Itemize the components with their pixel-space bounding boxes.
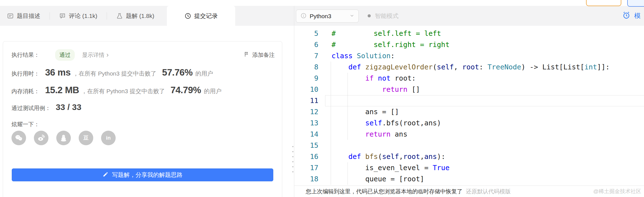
- tab-label: 题目描述: [17, 12, 40, 20]
- show-details-text: 显示详情: [82, 51, 104, 59]
- line-number: 9: [294, 73, 318, 84]
- runtime-value: 36 ms: [45, 67, 71, 78]
- testcases-label: 通过测试用例：: [11, 104, 51, 112]
- line-number: 13: [294, 118, 318, 129]
- info-icon: [300, 13, 307, 20]
- share-icons-row: 豆in: [11, 130, 275, 146]
- code-line: 12 ans = []: [294, 106, 644, 118]
- write-solution-button[interactable]: 写题解，分享我的解题思路: [12, 168, 273, 181]
- leetcode-submission-page: 题目描述评论 (1.1k)题解 (1.8k)提交记录 执行结果： 通过 显示详情…: [0, 0, 644, 197]
- mock-interview-timer-button[interactable]: 模: [622, 6, 641, 26]
- line-number: 8: [294, 62, 318, 73]
- code-line: 14 return ans: [294, 129, 644, 140]
- code-line: 15: [294, 140, 644, 151]
- restore-message: 您上次编辑到这里，代码已从您浏览器本地的临时存储中恢复了: [306, 188, 463, 195]
- code-line-text: ans = []: [332, 106, 399, 118]
- code-line-text: self.bfs(root,ans): [332, 118, 441, 129]
- code-line: 9 if not root:: [294, 73, 644, 84]
- alarm-clock-icon: [622, 11, 631, 21]
- write-solution-label: 写题解，分享我的解题思路: [112, 171, 183, 179]
- testcases-row: 通过测试用例： 33 / 33: [11, 102, 275, 115]
- line-number: 16: [294, 151, 318, 162]
- line-number: 12: [294, 106, 318, 118]
- tab-label: 提交记录: [194, 12, 218, 20]
- smart-mode-label: 智能模式: [375, 12, 398, 20]
- editor-header: Python3 智能模式 模: [294, 6, 644, 26]
- status-badge: 通过: [55, 49, 75, 61]
- runtime-row: 执行用时： 36 ms ，在所有 Python3 提交中击败了 57.76% 的…: [11, 67, 275, 80]
- description-icon: [7, 13, 14, 19]
- language-select[interactable]: Python3: [296, 10, 359, 23]
- smart-mode-indicator[interactable]: 智能模式: [368, 6, 398, 26]
- memory-label: 内存消耗：: [11, 88, 39, 95]
- line-number: 10: [294, 84, 318, 95]
- line-number: 11: [294, 95, 318, 106]
- comment-icon: [59, 13, 66, 19]
- tab-solutions[interactable]: 题解 (1.8k): [107, 6, 164, 26]
- code-line: 13 self.bfs(root,ans): [294, 118, 644, 129]
- code-line: 10 return []: [294, 84, 644, 95]
- douban-icon[interactable]: 豆: [79, 131, 93, 145]
- code-line-text: class Solution:: [332, 50, 395, 62]
- clock-icon: [185, 13, 191, 19]
- editor-footer: 您上次编辑到这里，代码已从您浏览器本地的临时存储中恢复了 还原默认代码模版: [294, 186, 644, 197]
- flask-icon: [116, 13, 123, 19]
- code-line-text: return ans: [332, 129, 407, 140]
- runtime-label: 执行用时：: [11, 70, 39, 78]
- code-line-text: is_even_level = True: [332, 162, 449, 173]
- show-details-link[interactable]: 显示详情 ›: [82, 51, 109, 59]
- runtime-suffix: 的用户: [195, 70, 213, 78]
- flag-icon: [244, 51, 250, 59]
- code-line-text: queue = [root]: [332, 173, 424, 185]
- tab-submissions[interactable]: 提交记录: [167, 6, 235, 26]
- top-strip: [0, 0, 644, 6]
- chevron-down-icon: [349, 13, 354, 19]
- code-editor[interactable]: 5# self.left = left6# self.right = right…: [294, 26, 644, 186]
- code-line: 5# self.left = left: [294, 28, 644, 39]
- result-row: 执行结果： 通过 显示详情 › 添加备注: [11, 49, 275, 61]
- line-number: 14: [294, 129, 318, 140]
- memory-value: 15.2 MB: [45, 85, 79, 95]
- code-line-text: # self.left = left: [332, 28, 441, 39]
- code-line: 18 queue = [root]: [294, 173, 644, 185]
- mode-dot-icon: [368, 14, 371, 17]
- memory-percent: 74.79%: [171, 85, 201, 95]
- code-line: 7class Solution:: [294, 50, 644, 62]
- line-number: 15: [294, 140, 318, 151]
- wechat-icon[interactable]: [11, 131, 26, 145]
- timer-label: 模: [634, 11, 641, 20]
- add-note-text: 添加备注: [252, 51, 275, 59]
- add-note-button[interactable]: 添加备注: [244, 51, 275, 59]
- tab-description[interactable]: 题目描述: [0, 6, 50, 26]
- left-panel: 题目描述评论 (1.1k)题解 (1.8k)提交记录 执行结果： 通过 显示详情…: [0, 6, 294, 197]
- panel-drag-handle[interactable]: [292, 146, 294, 176]
- right-panel: Python3 智能模式 模 5# self.left = left6# sel…: [294, 6, 644, 197]
- linkedin-icon[interactable]: in: [101, 131, 116, 145]
- share-row: 炫耀一下：: [11, 119, 275, 130]
- code-line-text: return []: [332, 84, 420, 95]
- tab-bar: 题目描述评论 (1.1k)题解 (1.8k)提交记录: [0, 6, 294, 26]
- code-line: 6# self.right = right: [294, 39, 644, 50]
- result-card: 执行结果： 通过 显示详情 › 添加备注 执行用时： 36 ms ，在所有 Py…: [3, 41, 282, 197]
- code-line-text: def zigzagLevelOrder(self, root: TreeNod…: [332, 62, 610, 73]
- code-line-text: if not root:: [332, 73, 416, 84]
- line-number: 18: [294, 173, 318, 185]
- partial-button-orange[interactable]: [586, 0, 621, 6]
- code-line-text: def bfs(self,root,ans):: [332, 151, 445, 162]
- runtime-beats-text: ，在所有 Python3 提交中击败了: [73, 70, 157, 78]
- restore-default-link[interactable]: 还原默认代码模版: [466, 188, 511, 195]
- weibo-icon[interactable]: [34, 131, 48, 145]
- pencil-icon: [102, 171, 109, 179]
- memory-suffix: 的用户: [204, 87, 221, 95]
- tab-comments[interactable]: 评论 (1.1k): [50, 6, 107, 26]
- memory-beats-text: ，在所有 Python3 提交中击败了: [81, 87, 165, 95]
- code-line: 11: [294, 95, 644, 106]
- testcases-value: 33 / 33: [56, 102, 81, 112]
- runtime-percent: 57.76%: [162, 67, 193, 78]
- result-label: 执行结果：: [11, 51, 39, 59]
- code-line: 8 def zigzagLevelOrder(self, root: TreeN…: [294, 62, 644, 73]
- share-label: 炫耀一下：: [11, 121, 39, 128]
- line-number: 7: [294, 50, 318, 62]
- qq-icon[interactable]: [56, 131, 71, 145]
- partial-button-blue[interactable]: [627, 0, 644, 7]
